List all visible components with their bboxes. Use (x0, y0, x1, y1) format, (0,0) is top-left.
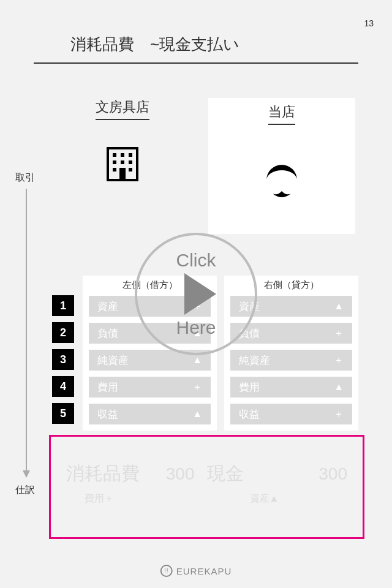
svg-rect-2 (121, 153, 124, 157)
svg-rect-4 (113, 160, 116, 164)
svg-rect-9 (119, 168, 126, 180)
play-icon (184, 273, 216, 315)
play-here-text: Here (176, 317, 216, 338)
category-symbol: ▲ (334, 301, 344, 312)
journal-debit-label: 消耗品費 (66, 461, 140, 486)
footer-logo: !! EUREKAPU (160, 565, 232, 577)
journal-credit-amount: 300 (318, 464, 347, 484)
svg-rect-8 (129, 168, 132, 172)
category-symbol: ▲ (334, 382, 344, 393)
row-numbers: 1 2 3 4 5 (52, 295, 77, 431)
page-number: 13 (364, 18, 374, 28)
category-label: 収益 (239, 407, 260, 421)
person-icon (259, 162, 304, 207)
row-number: 1 (52, 295, 74, 316)
section-label-journal: 仕訳 (15, 484, 35, 497)
category-symbol: ＋ (334, 354, 344, 367)
journal-debit: 消耗品費 300 (66, 461, 207, 486)
category-label: 純資産 (239, 353, 270, 368)
row-number: 2 (52, 322, 74, 343)
entity-label: 文房具店 (96, 98, 149, 120)
entity-stationery-store: 文房具店 (61, 98, 184, 234)
svg-rect-1 (113, 153, 116, 157)
category-label: 収益 (97, 407, 118, 421)
svg-rect-3 (129, 153, 132, 157)
journal-debit-sub: 費用＋ (66, 492, 207, 505)
category-symbol: ＋ (334, 327, 344, 340)
category-symbol: ▲ (192, 409, 202, 420)
journal-sub-row: 費用＋ 資産▲ (66, 486, 347, 505)
category-row: 純資産＋ (230, 350, 352, 371)
journal-debit-amount: 300 (166, 464, 207, 484)
category-label: 純資産 (97, 353, 129, 368)
category-label: 費用 (239, 380, 260, 394)
category-row: 負債＋ (230, 323, 352, 344)
row-number: 5 (52, 403, 74, 424)
category-row: 費用▲ (230, 377, 352, 398)
journal-credit-label: 現金 (207, 461, 244, 486)
building-icon (103, 145, 142, 184)
entities-row: 文房具店 当店 (61, 98, 355, 234)
journal-entry-box: 消耗品費 300 現金 300 費用＋ 資産▲ (49, 435, 364, 539)
logo-mark-icon: !! (160, 565, 173, 577)
category-row: 収益▲ (89, 404, 211, 424)
title-bar: 消耗品費 ~現金支払い (34, 34, 358, 64)
journal-row: 消耗品費 300 現金 300 (66, 461, 347, 486)
category-label: 負債 (97, 326, 118, 341)
category-label: 費用 (97, 380, 118, 394)
svg-rect-6 (129, 160, 132, 164)
footer-brand: EUREKAPU (176, 566, 232, 576)
category-label: 資産 (97, 300, 118, 314)
section-label-transaction: 取引 (15, 172, 35, 184)
play-button[interactable]: Click Here (135, 233, 257, 355)
entity-our-store: 当店 (208, 98, 355, 234)
category-row: 費用＋ (89, 377, 211, 398)
play-click-text: Click (176, 250, 216, 271)
svg-rect-7 (113, 168, 116, 172)
journal-credit: 現金 300 (207, 461, 348, 486)
page-title: 消耗品費 ~現金支払い (34, 34, 358, 55)
category-symbol: ▲ (192, 355, 202, 366)
journal-credit-sub: 資産▲ (207, 492, 348, 505)
category-symbol: ＋ (192, 381, 202, 394)
svg-rect-5 (121, 160, 124, 164)
row-number: 3 (52, 349, 74, 370)
flow-arrow (26, 189, 27, 472)
category-symbol: ＋ (334, 408, 344, 421)
entity-label: 当店 (268, 103, 295, 125)
category-row: 収益＋ (230, 404, 352, 424)
row-number: 4 (52, 376, 74, 397)
